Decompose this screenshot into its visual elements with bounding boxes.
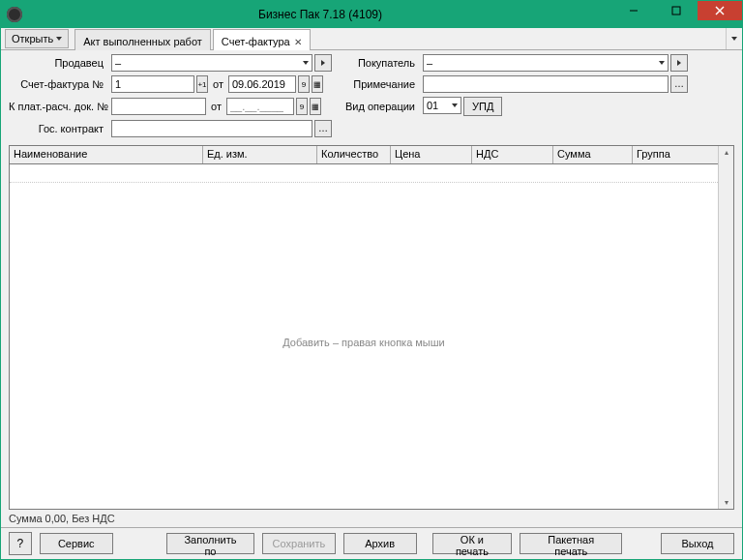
col-qty[interactable]: Количество [317,146,391,163]
col-unit[interactable]: Ед. изм. [203,146,317,163]
optype-value: 01 [427,100,452,111]
form-area: Продавец – Покупатель – Счет-фактура № +… [1,50,742,145]
buyer-combo[interactable]: – [423,54,669,72]
close-button[interactable] [698,1,742,20]
service-button[interactable]: Сервис [40,533,113,554]
col-group[interactable]: Группа [633,146,718,163]
optype-field: 01 УПД [423,97,688,116]
save-button[interactable]: Сохранить [262,533,336,554]
grid-header: Наименование Ед. изм. Количество Цена НД… [10,146,718,164]
footer-toolbar: ? Сервис Заполнить по Сохранить Архив ОК… [1,527,742,559]
col-vat[interactable]: НДС [472,146,553,163]
chevron-down-icon [303,61,309,65]
chevron-down-icon [452,103,458,107]
optype-combo[interactable]: 01 [423,97,461,114]
scroll-down-icon: ▾ [725,498,728,507]
invoice-no-label: Счет-фактура № [9,78,105,90]
grid-body[interactable]: Добавить – правая кнопка мыши [10,164,718,509]
buyer-value: – [427,57,659,69]
note-label: Примечание [338,78,417,90]
paydoc-field: от 9 ▦ [111,98,332,115]
svg-rect-1 [672,7,680,15]
buyer-next-button[interactable] [670,54,688,72]
seller-combo[interactable]: – [111,54,312,72]
seller-label: Продавец [9,57,105,69]
app-window: Бизнес Пак 7.18 (4109) Открыть Акт выпол… [0,0,743,560]
paydoc-no-input[interactable] [111,98,206,115]
contract-field [111,120,332,137]
fill-by-button[interactable]: Заполнить по [166,533,253,554]
exit-button[interactable]: Выход [661,533,734,554]
invoice-no-input[interactable] [111,75,194,93]
open-menu-button[interactable]: Открыть [5,29,69,48]
chevron-down-icon [56,37,62,41]
paydoc-date-spin[interactable]: 9 [296,98,308,115]
note-field [423,75,688,93]
window-title: Бизнес Пак 7.18 (4109) [28,8,612,21]
window-buttons [612,1,742,28]
help-button[interactable]: ? [9,532,32,555]
scroll-up-icon: ▴ [725,148,728,157]
seller-next-button[interactable] [314,54,332,72]
col-sum[interactable]: Сумма [553,146,633,163]
items-grid: Наименование Ед. изм. Количество Цена НД… [9,145,734,510]
invoice-date-input[interactable] [228,75,296,93]
archive-button[interactable]: Архив [343,533,417,554]
note-browse-button[interactable] [670,75,688,93]
chevron-right-icon [321,60,325,66]
optype-label: Вид операции [338,101,417,112]
tab-label: Акт выполненных работ [83,36,202,47]
date-picker-button[interactable]: ▦ [312,75,323,93]
title-bar: Бизнес Пак 7.18 (4109) [1,1,742,28]
paydoc-label: К плат.-расч. док. № [9,101,105,112]
col-name[interactable]: Наименование [10,146,203,163]
ok-print-button[interactable]: ОК и печать [432,533,513,554]
chevron-down-icon [659,61,665,65]
calendar-icon: ▦ [313,80,321,89]
grid-empty-hint: Добавить – правая кнопка мыши [10,337,718,348]
paydoc-date-picker[interactable]: ▦ [310,98,321,115]
tab-invoice[interactable]: Счет-фактура ✕ [213,29,311,50]
chevron-down-icon [731,37,737,41]
invoice-no-field: +1 от 9 ▦ [111,75,332,93]
tab-close-icon[interactable]: ✕ [294,37,302,47]
status-bar: Сумма 0,00, Без НДС [1,510,742,527]
minimize-button[interactable] [612,1,655,20]
tab-act[interactable]: Акт выполненных работ [74,29,211,50]
contract-browse-button[interactable] [314,120,332,137]
seller-field: – [111,54,332,72]
buyer-label: Покупатель [338,57,417,69]
invoice-no-increment[interactable]: +1 [196,75,208,93]
open-menu-label: Открыть [12,33,53,44]
calendar-icon: ▦ [312,103,319,111]
batch-print-button[interactable]: Пакетная печать [520,533,622,554]
date-spin[interactable]: 9 [298,75,310,93]
contract-input[interactable] [111,120,312,137]
tabs-menu-button[interactable] [726,28,742,49]
maximize-button[interactable] [655,1,698,20]
tab-label: Счет-фактура [222,36,290,47]
grid-vscrollbar[interactable]: ▴ ▾ [718,146,733,509]
tab-row: Открыть Акт выполненных работ Счет-факту… [1,28,742,50]
buyer-field: – [423,54,688,72]
paydoc-date-sep: от [211,101,222,112]
date-sep: от [213,78,223,90]
seller-value: – [115,57,303,69]
contract-label: Гос. контракт [9,123,105,134]
upd-button[interactable]: УПД [463,97,502,116]
chevron-right-icon [677,60,681,66]
col-price[interactable]: Цена [391,146,472,163]
paydoc-date-input[interactable] [226,98,294,115]
app-icon [7,7,22,22]
note-input[interactable] [423,75,669,93]
